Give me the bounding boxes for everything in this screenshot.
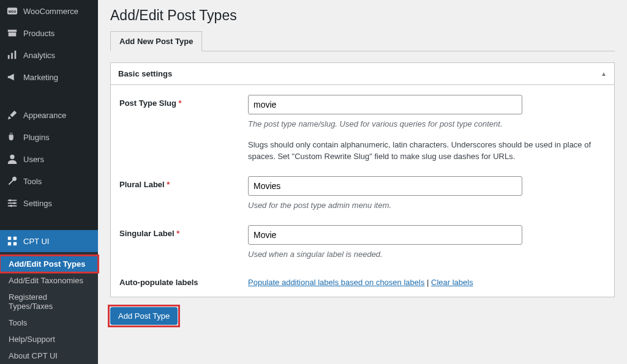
- panel-toggle[interactable]: Basic settings ▲: [111, 63, 614, 85]
- submenu-add-edit-taxonomies[interactable]: Add/Edit Taxonomies: [0, 272, 98, 289]
- plural-label-input[interactable]: [248, 176, 522, 196]
- admin-sidebar: wooWooCommerce Products Analytics Market…: [0, 0, 98, 364]
- sidebar-item-cptui[interactable]: CPT UI: [0, 230, 98, 252]
- main-content: Add/Edit Post Types Add New Post Type Ba…: [98, 0, 627, 364]
- plural-label: Plural Label: [119, 180, 165, 189]
- svg-point-7: [10, 155, 14, 159]
- sidebar-item-plugins[interactable]: Plugins: [0, 126, 98, 148]
- tab-bar: Add New Post Type: [110, 31, 615, 51]
- sidebar-label: Settings: [23, 199, 52, 208]
- add-post-type-button[interactable]: Add Post Type: [110, 307, 178, 325]
- slug-label: Post Type Slug: [119, 98, 176, 108]
- basic-settings-panel: Basic settings ▲ Post Type Slug * The po…: [110, 62, 615, 297]
- required-marker: *: [179, 98, 182, 108]
- sidebar-label: CPT UI: [23, 237, 49, 246]
- svg-point-13: [10, 205, 12, 207]
- sidebar-label: WooCommerce: [23, 7, 78, 16]
- sidebar-item-marketing[interactable]: Marketing: [0, 66, 98, 88]
- sidebar-label: Users: [23, 155, 44, 164]
- required-marker: *: [167, 180, 170, 189]
- page-title: Add/Edit Post Types: [110, 7, 615, 24]
- singular-label-input[interactable]: [248, 225, 522, 245]
- sliders-icon: [6, 197, 18, 209]
- caret-up-icon: ▲: [601, 70, 607, 77]
- brush-icon: [6, 109, 18, 121]
- svg-rect-16: [8, 242, 11, 245]
- submenu-help-support[interactable]: Help/Support: [0, 331, 98, 347]
- sidebar-label: Marketing: [23, 73, 58, 82]
- sidebar-label: Analytics: [23, 51, 55, 60]
- sidebar-item-settings[interactable]: Settings: [0, 192, 98, 214]
- svg-rect-17: [13, 242, 17, 245]
- clear-labels-link[interactable]: Clear labels: [431, 278, 473, 287]
- link-separator: |: [424, 278, 431, 287]
- svg-rect-4: [8, 55, 10, 59]
- user-icon: [6, 153, 18, 165]
- sidebar-item-woocommerce[interactable]: wooWooCommerce: [0, 0, 98, 22]
- svg-point-12: [13, 202, 16, 204]
- archive-icon: [6, 27, 18, 39]
- svg-rect-3: [9, 32, 17, 36]
- sidebar-label: Plugins: [23, 133, 50, 142]
- submenu-tools[interactable]: Tools: [0, 314, 98, 331]
- submenu-registered-types[interactable]: Registered Types/Taxes: [0, 289, 98, 314]
- post-type-slug-input[interactable]: [248, 95, 522, 114]
- submit-highlight: Add Post Type: [110, 307, 178, 325]
- submenu-about-cptui[interactable]: About CPT UI: [0, 347, 98, 364]
- grid-icon: [6, 235, 18, 247]
- slug-help-1: The post type name/slug. Used for variou…: [248, 118, 606, 130]
- sidebar-separator: [0, 88, 98, 104]
- tab-add-new-post-type[interactable]: Add New Post Type: [110, 31, 202, 51]
- sidebar-separator: [0, 214, 98, 230]
- plug-icon: [6, 131, 18, 143]
- wrench-icon: [6, 175, 18, 187]
- svg-rect-5: [11, 53, 13, 59]
- cptui-submenu: Add/Edit Post Types Add/Edit Taxonomies …: [0, 252, 98, 364]
- sidebar-item-appearance[interactable]: Appearance: [0, 104, 98, 126]
- field-singular-label: Singular Label * Used when a singular la…: [119, 225, 606, 261]
- sidebar-label: Appearance: [23, 111, 66, 120]
- svg-rect-15: [13, 237, 17, 240]
- singular-label: Singular Label: [119, 229, 175, 238]
- plural-help: Used for the post type admin menu item.: [248, 199, 606, 212]
- submenu-add-edit-post-types[interactable]: Add/Edit Post Types: [0, 256, 98, 272]
- panel-title: Basic settings: [118, 69, 172, 78]
- field-post-type-slug: Post Type Slug * The post type name/slug…: [119, 95, 606, 163]
- sidebar-item-users[interactable]: Users: [0, 148, 98, 170]
- megaphone-icon: [6, 71, 18, 83]
- woo-icon: woo: [6, 5, 18, 17]
- sidebar-label: Tools: [23, 177, 42, 186]
- chart-icon: [6, 49, 18, 61]
- slug-help-2: Slugs should only contain alphanumeric, …: [248, 139, 606, 163]
- sidebar-label: Products: [23, 29, 54, 38]
- svg-rect-2: [8, 30, 17, 32]
- svg-rect-6: [15, 51, 17, 59]
- singular-help: Used when a singular label is needed.: [248, 248, 606, 261]
- populate-labels-link[interactable]: Populate additional labels based on chos…: [248, 278, 424, 287]
- field-plural-label: Plural Label * Used for the post type ad…: [119, 176, 606, 212]
- svg-text:woo: woo: [8, 9, 17, 13]
- field-auto-populate: Auto-populate labels Populate additional…: [119, 274, 606, 287]
- autopop-label: Auto-populate labels: [119, 278, 198, 287]
- svg-rect-14: [8, 237, 11, 240]
- sidebar-item-tools[interactable]: Tools: [0, 170, 98, 192]
- sidebar-item-products[interactable]: Products: [0, 22, 98, 44]
- required-marker: *: [176, 229, 179, 238]
- sidebar-item-analytics[interactable]: Analytics: [0, 44, 98, 66]
- svg-point-11: [9, 199, 12, 202]
